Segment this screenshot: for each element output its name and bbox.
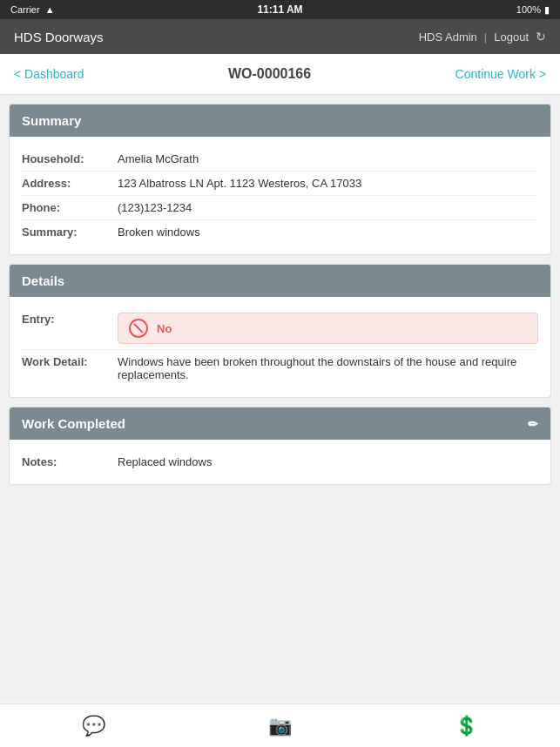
address-row: Address: 123 Albatross LN Apt. 1123 West… — [22, 172, 538, 196]
household-value: Amelia McGrath — [118, 152, 538, 165]
entry-badge: No — [118, 313, 538, 344]
details-card: Details Entry: No Work Detail: Windows h… — [9, 264, 551, 398]
summary-field-row: Summary: Broken windows — [22, 220, 538, 244]
details-body: Entry: No Work Detail: Windows have been… — [10, 297, 550, 397]
phone-label: Phone: — [22, 201, 118, 214]
nav-separator: | — [484, 30, 487, 44]
work-detail-row: Work Detail: Windows have been broken th… — [22, 350, 538, 387]
logout-button[interactable]: Logout — [494, 30, 529, 44]
continue-work-button[interactable]: Continue Work > — [455, 67, 546, 81]
phone-row: Phone: (123)123-1234 — [22, 196, 538, 220]
status-bar-right: 100% ▮ — [516, 4, 550, 16]
carrier-label: Carrier — [10, 4, 40, 15]
tab-camera[interactable]: 📷 — [251, 710, 309, 743]
notes-row: Notes: Replaced windows — [22, 450, 538, 474]
no-entry-icon — [129, 319, 148, 338]
summary-header: Summary — [10, 104, 550, 137]
entry-label: Entry: — [22, 313, 118, 326]
work-completed-header: Work Completed ✏ — [10, 407, 550, 440]
status-bar-time: 11:11 AM — [257, 3, 302, 16]
phone-value: (123)123-1234 — [118, 201, 538, 214]
work-detail-label: Work Detail: — [22, 355, 118, 368]
page-header: < Dashboard WO-0000166 Continue Work > — [0, 54, 560, 95]
user-label: HDS Admin — [419, 30, 477, 44]
notes-value: Replaced windows — [118, 455, 538, 468]
nav-bar-right: HDS Admin | Logout ↻ — [419, 30, 546, 44]
address-value: 123 Albatross LN Apt. 1123 Westeros, CA … — [118, 177, 538, 190]
details-header-label: Details — [22, 273, 64, 288]
main-content: Summary Household: Amelia McGrath Addres… — [0, 95, 560, 701]
summary-card: Summary Household: Amelia McGrath Addres… — [9, 104, 551, 255]
summary-body: Household: Amelia McGrath Address: 123 A… — [10, 137, 550, 254]
summary-field-label: Summary: — [22, 225, 118, 239]
household-row: Household: Amelia McGrath — [22, 147, 538, 172]
status-bar: Carrier ▲ 11:11 AM 100% ▮ — [0, 0, 560, 19]
back-button[interactable]: < Dashboard — [14, 67, 84, 81]
status-bar-left: Carrier ▲ — [10, 4, 55, 15]
work-detail-value: Windows have been broken throughout the … — [118, 355, 538, 381]
wifi-icon: ▲ — [45, 4, 55, 15]
edit-icon[interactable]: ✏ — [528, 417, 538, 431]
details-header: Details — [10, 265, 550, 297]
tab-billing[interactable]: 💲 — [437, 710, 496, 743]
tab-bar: 💬 📷 💲 — [0, 703, 560, 747]
battery-icon: ▮ — [544, 4, 550, 16]
entry-row: Entry: No — [22, 307, 538, 350]
no-label: No — [157, 322, 172, 335]
tab-messages[interactable]: 💬 — [64, 710, 123, 743]
household-label: Household: — [22, 152, 118, 165]
app-title: HDS Doorways — [14, 30, 104, 44]
camera-icon: 📷 — [268, 715, 292, 737]
address-label: Address: — [22, 177, 118, 190]
work-completed-body: Notes: Replaced windows — [10, 440, 550, 484]
messages-icon: 💬 — [82, 715, 105, 737]
notes-label: Notes: — [22, 455, 118, 468]
nav-bar: HDS Doorways HDS Admin | Logout ↻ — [0, 19, 560, 54]
page-title: WO-0000166 — [228, 66, 311, 82]
refresh-icon[interactable]: ↻ — [536, 30, 546, 44]
billing-icon: 💲 — [455, 715, 478, 737]
summary-field-value: Broken windows — [118, 225, 538, 239]
summary-header-label: Summary — [22, 113, 81, 128]
battery-label: 100% — [516, 4, 541, 15]
work-completed-header-label: Work Completed — [22, 416, 125, 431]
work-completed-card: Work Completed ✏ Notes: Replaced windows — [9, 407, 551, 485]
